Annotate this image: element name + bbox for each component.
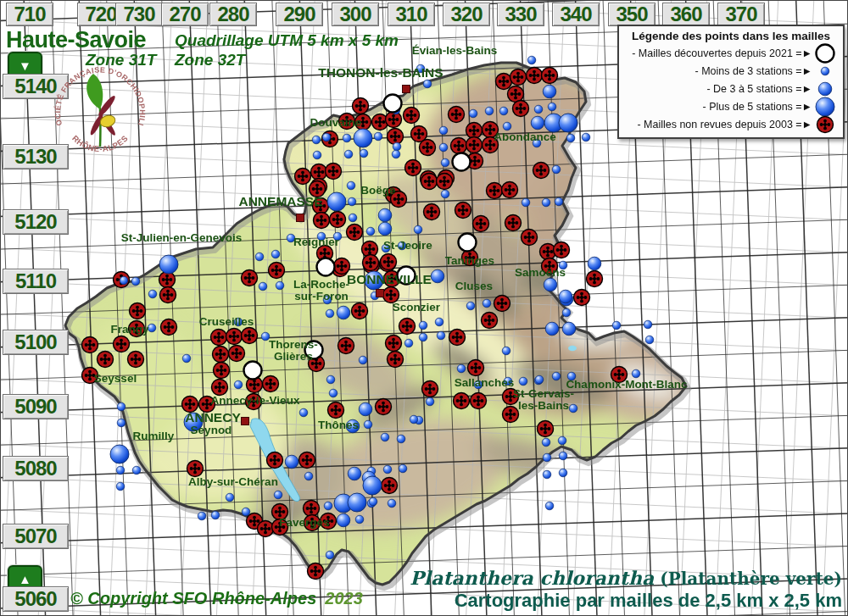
dot-not-reviewed-2003 (161, 319, 177, 336)
dot-not-reviewed-2003 (455, 203, 471, 219)
dot-less-3-stations (559, 469, 567, 477)
dot-less-3-stations (542, 438, 550, 447)
dot-not-reviewed-2003 (505, 215, 522, 231)
town-faverges: Faverges (279, 516, 329, 529)
dot-not-reviewed-2003 (451, 138, 467, 154)
dot-less-3-stations (388, 499, 396, 508)
dot-less-3-stations (360, 149, 368, 158)
dot-less-3-stations (299, 408, 308, 417)
dot-3-5-stations (348, 467, 361, 480)
town-sconzier: Sconzier (393, 301, 441, 314)
dot-not-reviewed-2003 (314, 213, 330, 229)
town-chamonix-mont-blanc: Chamonix-Mont-Blanc (566, 378, 688, 391)
dot-less-3-stations (148, 290, 157, 298)
species-common-name: (Platanthère verte) (654, 569, 842, 589)
dot-less-3-stations (369, 497, 377, 506)
dot-less-3-stations (397, 435, 405, 443)
dot-less-3-stations (552, 165, 561, 174)
dot-3-5-stations (359, 402, 372, 416)
dot-3-5-stations (431, 269, 444, 283)
dot-not-reviewed-2003 (242, 328, 258, 344)
dot-not-reviewed-2003 (386, 336, 402, 352)
dot-not-reviewed-2003 (352, 303, 368, 319)
dot-less-3-stations (364, 420, 372, 429)
dot-not-reviewed-2003 (363, 255, 379, 271)
dot-less-3-stations (419, 321, 427, 330)
orchid-icon (86, 74, 117, 147)
dot-less-3-stations (632, 369, 640, 378)
dot-less-3-stations (255, 253, 264, 261)
dot-less-3-stations (435, 318, 444, 326)
town-reignier: Reignier (293, 236, 340, 248)
dot-more-5-stations (354, 129, 372, 147)
dot-less-3-stations (439, 143, 448, 152)
town-rumilly: Rumilly (133, 430, 175, 442)
dot-less-3-stations (566, 134, 575, 142)
dot-less-3-stations (116, 482, 125, 491)
dot-not-reviewed-2003 (404, 108, 420, 124)
legend-item-label: - Mailles non revues depuis 2003 =► (624, 119, 812, 130)
dot-less-3-stations (582, 133, 590, 142)
axis-label-top-270: 270 (161, 3, 209, 26)
town-frangy: Frangy (110, 323, 149, 336)
town-label: Seyssel (94, 372, 137, 385)
town-annecy-le-vieux: Annecy-le-Vieux (211, 394, 300, 407)
dot-not-reviewed-2003 (267, 452, 283, 469)
dot-not-reviewed-2003 (130, 303, 146, 319)
dot-3-5-stations (562, 322, 576, 336)
town-cluses: Cluses (455, 280, 493, 292)
copyright: © Copyright SFO Rhône-Alpes2023 (70, 589, 363, 608)
dot-less-3-stations (349, 214, 357, 222)
dot-less-3-stations (276, 281, 284, 290)
dot-less-3-stations (198, 512, 206, 520)
town-label: ANNECY (185, 410, 241, 425)
town-label: St-Julien-en-Genevois (121, 231, 243, 244)
dot-not-reviewed-2003 (386, 112, 402, 128)
dot-3-5-stations (588, 257, 601, 270)
dot-3-5-stations (337, 306, 350, 319)
dot-less-3-stations (543, 470, 551, 479)
dot-not-reviewed-2003 (82, 337, 98, 353)
legend-box: Légende des points dans les mailles - Ma… (617, 25, 845, 139)
dot-not-reviewed-2003 (242, 270, 258, 286)
dot-discovered-2021 (453, 153, 471, 171)
dot-less-3-stations (552, 372, 561, 380)
dot-less-3-stations (485, 107, 494, 115)
dot-not-reviewed-2003 (554, 242, 570, 258)
dot-less-3-stations (559, 452, 567, 460)
dot-not-reviewed-2003 (542, 68, 558, 84)
dot-less-3-stations (527, 56, 536, 64)
species-latin-name: Platanthera chlorantha (410, 567, 654, 589)
dot-not-reviewed-2003 (420, 140, 436, 156)
legend-item: - Mailles découvertes depuis 2021 =► (624, 44, 838, 62)
town-label: Annecy-le-Vieux (211, 394, 300, 407)
dot-less-3-stations (120, 276, 128, 285)
dot-less-3-stations (359, 356, 367, 364)
dot-not-reviewed-2003 (399, 319, 416, 335)
dot-less-3-stations (502, 347, 510, 355)
map-caption: Platanthera chlorantha (Platanthère vert… (410, 568, 842, 612)
dot-not-reviewed-2003 (347, 225, 363, 241)
dot-less-3-stations (324, 502, 332, 510)
town-st-julien-en-genevois: St-Julien-en-Genevois (121, 231, 243, 244)
dot-not-reviewed-2003 (502, 182, 518, 198)
dot-less-3-stations (234, 380, 243, 389)
town-label: St-Jeoire (383, 239, 432, 252)
dot-less-3-stations (503, 122, 511, 130)
legend-item: - Plus de 5 stations =► (624, 97, 838, 115)
dot-discovered-2021 (317, 258, 335, 276)
dot-not-reviewed-2003 (326, 164, 342, 180)
axis-label-top-320: 320 (443, 3, 490, 26)
axis-label-top-350: 350 (608, 3, 656, 26)
dot-not-reviewed-2003 (454, 393, 470, 409)
dot-not-reviewed-2003 (214, 363, 230, 379)
dot-not-reviewed-2003 (269, 263, 285, 279)
axis-label-left-5110: 5110 (3, 269, 69, 294)
dot-less-3-stations (534, 105, 543, 114)
dot-not-reviewed-2003 (304, 501, 320, 517)
town-label: Chamonix-Mont-Blanc (566, 378, 688, 391)
dot-not-reviewed-2003 (473, 216, 489, 232)
dot-not-reviewed-2003 (510, 69, 527, 86)
dot-not-reviewed-2003 (187, 461, 204, 477)
town-label: Thorens- (269, 338, 318, 351)
